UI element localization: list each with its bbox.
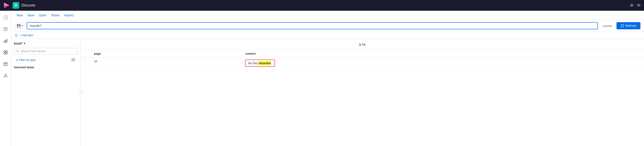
- filter-by-type-row: ⊙ Filter by type 0: [14, 57, 78, 63]
- svg-rect-6: [6, 39, 7, 42]
- collapse-panel-button[interactable]: ‹: [78, 90, 83, 95]
- svg-marker-1: [4, 2, 10, 5]
- results-data-table: page content ›: [80, 50, 644, 69]
- index-dropdown-icon[interactable]: ▾: [24, 42, 25, 45]
- lucene-label: Lucene: [600, 24, 615, 28]
- menu-bar: New Save Open Share Inspect: [11, 11, 644, 20]
- main-content: book* ▾ Search field names ⊙ Filter by t…: [11, 39, 644, 146]
- user-icon[interactable]: [2, 72, 10, 80]
- svg-point-15: [17, 50, 18, 52]
- svg-line-16: [18, 52, 19, 52]
- menu-new[interactable]: New: [15, 12, 24, 18]
- hit-count: 1: [359, 42, 361, 46]
- search-bar: 💾 ▾ Lucene Refresh: [11, 20, 644, 32]
- app-icon: D: [12, 2, 19, 9]
- save-query-controls: 💾 ▾: [15, 23, 25, 29]
- menu-save[interactable]: Save: [26, 12, 36, 18]
- chart-icon[interactable]: [2, 37, 10, 45]
- svg-rect-11: [4, 62, 8, 66]
- row-expand-icon[interactable]: ›: [84, 60, 85, 63]
- content-highlight-text: muscles: [258, 61, 271, 65]
- filter-type-icon: ⊙: [16, 58, 18, 62]
- page-cell: 10: [90, 57, 242, 69]
- svg-rect-10: [6, 52, 8, 54]
- filter-bar: ⊙ + Add filter: [11, 32, 644, 39]
- clock-icon[interactable]: 🕐: [2, 14, 10, 22]
- add-filter-button[interactable]: + Add filter: [20, 34, 33, 37]
- dropdown-chevron-icon[interactable]: ▾: [22, 24, 23, 27]
- svg-rect-8: [6, 50, 8, 52]
- right-panel: 1 hit page content: [80, 39, 644, 146]
- settings-icon[interactable]: ⚙: [630, 3, 634, 8]
- svg-rect-7: [4, 50, 5, 52]
- kibana-logo-icon: [4, 2, 10, 8]
- search-fields-icon: [16, 50, 20, 53]
- menu-inspect[interactable]: Inspect: [62, 12, 76, 18]
- expand-cell[interactable]: ›: [80, 57, 90, 69]
- filter-icon: ⊙: [15, 33, 18, 38]
- icon-sidebar: 🕐: [0, 11, 11, 146]
- table-icon[interactable]: [2, 60, 10, 68]
- refresh-button[interactable]: Refresh: [616, 22, 640, 29]
- content-result-box: he has muscles: [245, 60, 275, 67]
- menu-share[interactable]: Share: [49, 12, 61, 18]
- menu-open[interactable]: Open: [37, 12, 48, 18]
- app-title: Discover: [22, 3, 630, 8]
- compass-icon[interactable]: [2, 25, 10, 33]
- expand-col-header: [80, 50, 90, 57]
- svg-rect-5: [5, 40, 6, 42]
- left-panel: book* ▾ Search field names ⊙ Filter by t…: [11, 39, 80, 146]
- search-fields-input[interactable]: Search field names: [14, 48, 78, 54]
- search-input[interactable]: [30, 24, 595, 28]
- table-row: › 10 he has muscles: [80, 57, 644, 69]
- top-bar-icons: ⚙ ✉: [630, 3, 640, 8]
- results-header: 1 hit: [80, 39, 644, 50]
- content-cell: he has muscles: [242, 57, 644, 69]
- index-pattern-selector[interactable]: book* ▾: [14, 42, 78, 45]
- col-header-page: page: [90, 50, 242, 57]
- filter-by-type-button[interactable]: ⊙ Filter by type: [16, 58, 36, 62]
- mail-icon[interactable]: ✉: [637, 3, 640, 8]
- content-pre-text: he has: [248, 61, 258, 65]
- save-icon[interactable]: 💾: [17, 24, 20, 28]
- content-area: New Save Open Share Inspect 💾 ▾ Lucene R…: [11, 11, 644, 146]
- top-bar: D Discover ⚙ ✉: [0, 0, 644, 11]
- selected-fields-label: Selected fields: [14, 65, 78, 70]
- results-table: page content ›: [80, 50, 644, 146]
- hit-label: hit: [362, 42, 366, 46]
- table-header-row: page content: [80, 50, 644, 57]
- grid-icon[interactable]: [2, 48, 10, 56]
- svg-marker-3: [5, 28, 6, 30]
- svg-point-14: [5, 74, 6, 76]
- svg-rect-4: [4, 41, 4, 42]
- filter-count-badge: 0: [71, 58, 76, 62]
- col-header-content: content: [242, 50, 644, 57]
- search-input-wrapper[interactable]: [27, 22, 598, 29]
- main-layout: 🕐: [0, 11, 644, 146]
- svg-rect-9: [4, 52, 5, 54]
- refresh-icon: [620, 24, 624, 28]
